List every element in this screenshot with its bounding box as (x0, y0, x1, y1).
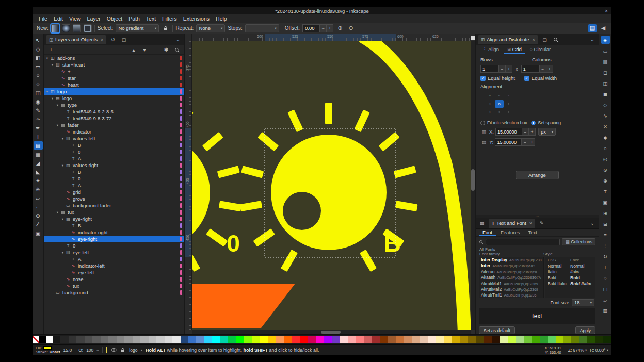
collapse-toolbar-icon[interactable]: ◀ (599, 24, 607, 32)
stops-dropdown[interactable]: ▾ (245, 24, 279, 32)
snap-nodes-icon[interactable]: ◇ (601, 101, 610, 109)
palette-swatch[interactable] (172, 336, 180, 343)
spacing-y-decrement-button[interactable]: − (522, 138, 528, 146)
eye-right-indicator[interactable] (283, 192, 321, 230)
tree-row-10[interactable]: ▾▤fader (44, 122, 184, 128)
snap-bbox-edge-midpoints-icon[interactable]: ◫ (601, 79, 610, 87)
palette-swatch[interactable] (236, 336, 244, 343)
snap-alignment-icon[interactable]: ≡ (601, 231, 610, 239)
nose-shape[interactable] (192, 284, 295, 328)
canvas-label-b[interactable]: B (383, 230, 400, 257)
menu-file[interactable]: File (36, 15, 51, 22)
panel-menu-icon[interactable]: ⌄ (174, 36, 182, 44)
layer-menu-icon[interactable]: ▴ (140, 348, 142, 352)
fill-swatch[interactable] (43, 346, 52, 350)
snap-bbox-corners-icon[interactable]: ◻ (601, 68, 610, 76)
palette-swatch[interactable] (292, 336, 300, 343)
ellipse-tool[interactable]: ○ (34, 71, 43, 79)
palette-swatch[interactable] (300, 336, 308, 343)
tree-row-5[interactable]: ▾◫logo (44, 88, 184, 95)
canvas-viewport[interactable]: 0 B (192, 41, 471, 330)
tree-row-9[interactable]: Ttext5349-9-8-3-72 (44, 115, 184, 122)
snap-masks-icon[interactable]: ▱ (601, 295, 610, 304)
box3d-tool[interactable]: ◫ (34, 89, 43, 97)
arrange-button[interactable]: Arrange (516, 171, 559, 179)
font-row-inter[interactable]: InterAaBbCcIiPpQq12369$€¢? (479, 263, 543, 269)
expander-icon[interactable]: ▾ (45, 56, 50, 60)
layer-settings-icon[interactable]: ✱ (163, 46, 170, 54)
snap-clips-icon[interactable]: ▨ (601, 306, 610, 315)
palette-swatch[interactable] (284, 336, 292, 343)
expander-icon[interactable]: ▾ (60, 163, 65, 168)
text-tool[interactable]: T (34, 133, 43, 141)
tab-circular[interactable]: ◌Circular (526, 45, 555, 54)
columns-increment-button[interactable]: + (546, 65, 553, 73)
tree-row-18[interactable]: T0 (44, 175, 184, 182)
palette-swatch[interactable] (165, 336, 172, 343)
rows-increment-button[interactable]: + (506, 65, 512, 73)
unit-dropdown[interactable]: px▾ (538, 128, 556, 136)
connector-tool[interactable]: ⌐ (34, 203, 43, 211)
expander-icon[interactable]: ▾ (60, 251, 65, 255)
tree-row-1[interactable]: ▾▤star+heart (44, 61, 184, 68)
new-linear-gradient-button[interactable] (51, 24, 59, 32)
tree-row-4[interactable]: ∿heart (44, 81, 184, 88)
dialog-tab-icon-left[interactable]: ▦ (478, 219, 486, 227)
offset-decrement-button[interactable]: − (320, 24, 327, 32)
menu-layer[interactable]: Layer (84, 15, 104, 22)
palette-swatch[interactable] (76, 336, 84, 343)
arrange-anchor-2[interactable]: ◦ (504, 92, 513, 100)
palette-swatch[interactable] (340, 336, 348, 343)
font-row-akaash[interactable]: AkaashAaBbCcIiPpQq12369$€¢?¡ (479, 275, 543, 281)
tab-font[interactable]: Font (479, 229, 496, 236)
current-layer-name[interactable]: logo (129, 348, 137, 353)
tree-row-22[interactable]: ▭background-fader (44, 202, 184, 209)
tree-row-29[interactable]: ▾▤eye-left (44, 249, 184, 256)
tree-row-34[interactable]: ∿tux (44, 283, 184, 289)
menu-view[interactable]: View (66, 15, 84, 22)
remove-item-icon[interactable]: − (152, 46, 159, 54)
snap-cusp-nodes-icon[interactable]: ◆ (601, 133, 610, 141)
menu-help[interactable]: Help (213, 15, 230, 22)
node-tool[interactable]: ◇ (34, 45, 43, 53)
tree-row-33[interactable]: ∿nose (44, 276, 184, 283)
palette-swatch[interactable] (540, 336, 548, 343)
horizontal-scrollbar[interactable] (192, 330, 471, 334)
palette-swatch[interactable] (396, 336, 404, 343)
rotation-control[interactable]: R: 0.00° ▾ (590, 348, 608, 353)
tree-row-11[interactable]: ∿indicator (44, 128, 184, 135)
tab-layers-and-objects[interactable]: ◫ Layers and Objects × (46, 35, 106, 44)
expander-icon[interactable]: ▾ (60, 137, 65, 141)
fit-selection-radio[interactable] (480, 121, 485, 125)
rows-decrement-button[interactable]: − (499, 65, 506, 73)
tree-row-6[interactable]: ▾▤logo (44, 95, 184, 102)
pen-tool[interactable]: ✑ (34, 115, 43, 123)
tab-align-and-distribute[interactable]: ⊞ Align and Distribute × (478, 35, 538, 44)
palette-swatch[interactable] (388, 336, 396, 343)
find-tab-icon[interactable] (552, 36, 560, 44)
spacing-x-increment-button[interactable]: + (529, 128, 536, 136)
spiral-tool[interactable]: ◉ (34, 97, 43, 106)
rectangle-tool[interactable]: ▭ (34, 62, 43, 71)
tree-row-21[interactable]: ∿grove (44, 195, 184, 202)
palette-swatch[interactable] (60, 336, 68, 343)
tree-row-23[interactable]: ▾▤tux (44, 209, 184, 216)
selector-tool[interactable]: ↖ (34, 36, 43, 44)
palette-swatch[interactable] (380, 336, 388, 343)
arrange-anchor-0[interactable]: ◦ (486, 92, 494, 100)
toggle-rulers-button[interactable] (471, 36, 475, 40)
snap-tangential-icon[interactable]: ◌ (601, 274, 610, 282)
tree-row-13[interactable]: TB (44, 142, 184, 149)
snap-bbox-edges-icon[interactable]: ▤ (601, 57, 610, 65)
offset-increment-button[interactable]: + (327, 24, 333, 32)
set-spacing-radio[interactable] (531, 121, 536, 125)
palette-swatch[interactable] (444, 336, 452, 343)
tree-row-14[interactable]: T0 (44, 149, 184, 155)
mesh-gradient-tool[interactable]: ▦ (34, 150, 43, 158)
close-tab-icon[interactable]: × (101, 37, 103, 42)
palette-swatch[interactable] (276, 336, 284, 343)
snap-bounding-box-icon[interactable]: ▭ (601, 46, 610, 55)
horizontal-scrollbar-thumb[interactable] (321, 331, 341, 334)
palette-swatch[interactable] (188, 336, 196, 343)
apply-button[interactable]: Apply (575, 326, 595, 334)
